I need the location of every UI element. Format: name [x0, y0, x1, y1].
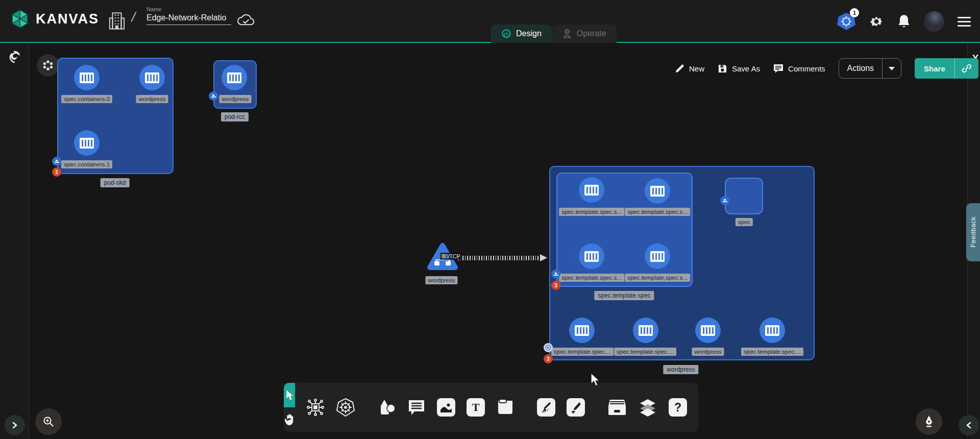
tab-design[interactable]: Design — [491, 25, 552, 43]
feedback-tab[interactable]: Feedback — [966, 203, 980, 261]
edge-service-to-deployment[interactable] — [458, 256, 541, 260]
tool-comment[interactable] — [407, 399, 426, 416]
node-label: spec.template.spec.... — [551, 348, 614, 356]
tool-help[interactable]: ? — [669, 398, 687, 417]
node-label: wordpress — [425, 276, 457, 284]
template-kind-badge[interactable] — [551, 270, 560, 279]
help-question-icon: ? — [669, 398, 687, 417]
tool-shapes[interactable] — [378, 399, 396, 416]
meshery-spinner-icon[interactable] — [7, 50, 21, 64]
node-label: spec — [736, 218, 753, 226]
container-icon — [650, 186, 665, 197]
tool-select[interactable] — [284, 383, 295, 407]
node-template-container[interactable] — [579, 243, 604, 269]
chevron-left-icon — [965, 422, 972, 429]
node-spec[interactable] — [725, 178, 763, 214]
tool-note[interactable] — [496, 399, 514, 416]
hamburger-menu-icon[interactable] — [958, 17, 971, 27]
tool-drawer[interactable] — [607, 399, 627, 416]
actions-dropdown-button[interactable]: Actions — [839, 58, 901, 79]
node-template-container[interactable] — [645, 243, 670, 269]
node-label: spec.containers.1 — [61, 160, 112, 168]
node-spec-containers-0[interactable] — [74, 65, 100, 90]
feedback-tab-label: Feedback — [969, 216, 977, 248]
tool-edge-pen[interactable] — [537, 398, 555, 417]
tool-pan[interactable] — [284, 407, 295, 432]
copy-link-button[interactable] — [954, 58, 978, 79]
comments-button[interactable]: Comments — [773, 64, 825, 74]
user-avatar[interactable] — [924, 11, 944, 32]
kanvas-logo[interactable]: KANVAS — [9, 8, 99, 30]
design-action-bar: New Save As Comments Actions Share — [675, 57, 978, 80]
design-tab-icon — [501, 29, 511, 39]
container-icon — [639, 325, 653, 336]
node-label: spec.template.spec.s... — [559, 274, 624, 282]
deployment-error-badge[interactable]: 3 — [544, 354, 553, 363]
container-icon — [145, 72, 159, 83]
group-spec-template-spec[interactable] — [556, 173, 693, 287]
deployment-kind-badge[interactable] — [544, 343, 553, 352]
notifications-bell-icon[interactable] — [897, 14, 911, 29]
canvas-toolbar: T — [284, 383, 698, 432]
node-row-container[interactable] — [633, 318, 658, 343]
edge-port-label: 80/TCP — [440, 253, 462, 260]
pod-rcc-kind-badge[interactable] — [209, 91, 218, 101]
new-pencil-icon — [675, 64, 684, 74]
design-name-field: Name — [146, 6, 233, 25]
container-icon — [650, 251, 665, 262]
zoom-in-magnifier-icon — [42, 416, 55, 428]
actions-caret-button[interactable] — [882, 59, 901, 78]
group-label-spec-template-spec: spec.template.spec — [594, 291, 654, 300]
chevron-right-icon — [11, 422, 18, 429]
operate-tab-icon — [562, 28, 572, 39]
node-wordpress-container[interactable] — [222, 65, 247, 90]
pod-skd-error-badge[interactable]: 2 — [52, 167, 61, 177]
component-tools — [295, 383, 366, 432]
mouse-cursor — [590, 373, 601, 387]
group-label-pod-skd: pod-skd — [101, 178, 130, 187]
template-error-badge[interactable]: 3 — [551, 281, 560, 290]
tool-text[interactable]: T — [467, 398, 485, 417]
node-row-container[interactable] — [569, 318, 595, 343]
node-label: spec.template.spec.s... — [625, 208, 690, 216]
container-icon — [575, 325, 589, 336]
node-template-container[interactable] — [645, 178, 670, 204]
node-template-container[interactable] — [579, 177, 604, 203]
kubernetes-context-button[interactable]: 1 — [837, 12, 855, 31]
pen-tool-button[interactable] — [916, 408, 942, 435]
select-arrow-icon — [284, 389, 295, 401]
kanvas-app: KANVAS / Name — [0, 0, 980, 439]
settings-gear-icon[interactable] — [869, 14, 884, 29]
organization-icon[interactable] — [108, 11, 126, 31]
tool-freehand-draw[interactable] — [567, 398, 585, 417]
container-icon — [765, 325, 779, 336]
canvas-flower-menu-button[interactable] — [37, 54, 59, 77]
actions-button-label: Actions — [839, 64, 882, 73]
save-floppy-icon — [718, 64, 727, 74]
node-row-container[interactable] — [695, 318, 721, 343]
new-button-label: New — [689, 64, 704, 73]
spec-kind-badge[interactable] — [720, 196, 729, 205]
new-button[interactable]: New — [675, 64, 704, 74]
chip-components-icon — [306, 398, 325, 417]
collapse-right-panel-button[interactable] — [959, 415, 979, 435]
zoom-search-button[interactable] — [35, 408, 62, 435]
expand-left-panel-button[interactable] — [5, 415, 25, 435]
tool-image[interactable] — [437, 398, 455, 417]
node-spec-containers-1[interactable] — [74, 130, 100, 156]
design-tab-label: Design — [516, 29, 542, 38]
tool-components[interactable] — [306, 398, 325, 417]
group-label-deployment: wordpress — [663, 365, 698, 374]
tab-operate[interactable]: Operate — [552, 25, 617, 43]
node-row-container[interactable] — [760, 318, 785, 343]
save-as-button-label: Save As — [732, 64, 760, 73]
pod-skd-kind-badge[interactable] — [52, 157, 61, 166]
design-name-input[interactable] — [146, 12, 231, 25]
tool-layers[interactable] — [638, 398, 657, 417]
note-icon — [496, 399, 514, 416]
save-as-button[interactable]: Save As — [718, 64, 760, 74]
share-button[interactable]: Share — [915, 58, 978, 79]
app-header: KANVAS / Name — [0, 0, 980, 43]
node-wordpress-container[interactable] — [139, 65, 165, 90]
tool-kubernetes[interactable] — [336, 398, 355, 417]
